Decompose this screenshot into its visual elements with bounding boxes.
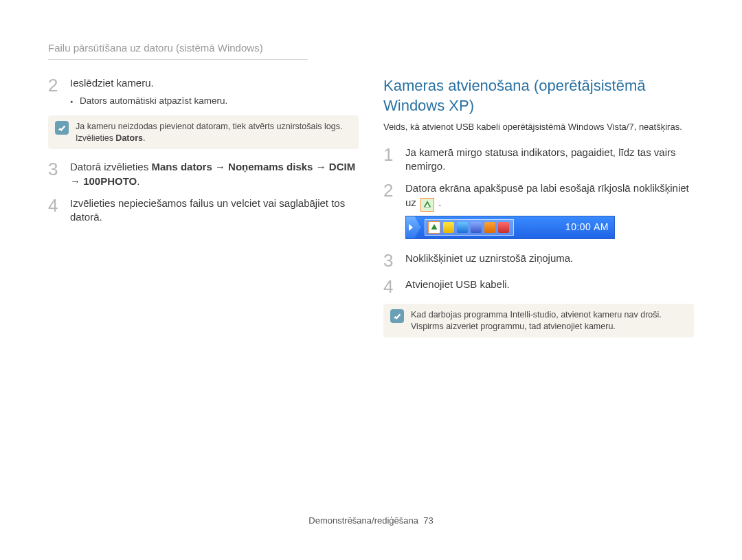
step-number: 4 xyxy=(48,197,60,225)
step-4-right: 4 Atvienojiet USB kabeli. xyxy=(383,278,694,295)
step-number: 2 xyxy=(48,76,60,107)
bullet-item: Dators automātiski atpazīst kameru. xyxy=(70,95,359,107)
breadcrumb: Failu pārsūtīšana uz datoru (sistēmā Win… xyxy=(48,41,308,60)
step-number: 3 xyxy=(48,160,60,188)
step-text: Ieslēdziet kameru. xyxy=(70,76,359,90)
note-box: Kad darbojas programma Intelli-studio, a… xyxy=(383,304,694,338)
step-2-right: 2 Datora ekrāna apakšpusē pa labi esošaj… xyxy=(383,181,694,238)
taskbar-tray-image: 10:00 AM xyxy=(405,216,694,239)
note-text: Ja kameru neizdodas pievienot datoram, t… xyxy=(76,121,352,144)
step-number: 1 xyxy=(383,146,396,174)
step-text: Atvienojiet USB kabeli. xyxy=(405,278,694,295)
taskbar-clock: 10:00 AM xyxy=(565,221,609,234)
system-tray xyxy=(425,219,514,236)
shield-icon xyxy=(443,222,454,233)
step-text: Datora ekrāna apakšpusē pa labi esošajā … xyxy=(405,181,694,238)
step-text: Ja kamerā mirgo statusa indikators, paga… xyxy=(405,146,694,174)
updates-icon xyxy=(498,222,509,233)
step-text: Datorā izvēlieties Mans dators → Noņemam… xyxy=(70,160,359,188)
step-3-right: 3 Noklikšķiniet uz uznirstošā ziņojuma. xyxy=(383,251,694,269)
section-title: Kameras atvienošana (operētājsistēmā Win… xyxy=(383,76,694,115)
step-number: 4 xyxy=(383,278,396,295)
page-number: 73 xyxy=(423,515,433,526)
step-text: Noklikšķiniet uz uznirstošā ziņojuma. xyxy=(405,251,694,269)
left-column: 2 Ieslēdziet kameru. Dators automātiski … xyxy=(48,76,359,348)
windows-taskbar: 10:00 AM xyxy=(405,216,615,239)
step-bullets: Dators automātiski atpazīst kameru. xyxy=(70,95,359,107)
manual-page: Failu pārsūtīšana uz datoru (sistēmā Win… xyxy=(0,0,742,560)
footer-label: Demonstrēšana/rediģēšana xyxy=(308,515,418,526)
note-box: Ja kameru neizdodas pievienot datoram, t… xyxy=(48,115,359,150)
page-footer: Demonstrēšana/rediģēšana 73 xyxy=(0,515,742,527)
volume-icon xyxy=(484,222,495,233)
note-icon xyxy=(55,121,69,135)
note-icon xyxy=(390,309,404,323)
monitor-icon xyxy=(471,222,482,233)
step-3: 3 Datorā izvēlieties Mans dators → Noņem… xyxy=(48,160,359,188)
step-2: 2 Ieslēdziet kameru. Dators automātiski … xyxy=(48,76,359,107)
taskbar-start-cap xyxy=(406,216,420,238)
safely-remove-hardware-icon xyxy=(420,198,434,212)
step-text: Izvēlieties nepieciešamos failus un velc… xyxy=(70,197,359,225)
step-number: 3 xyxy=(383,251,396,269)
note-text: Kad darbojas programma Intelli-studio, a… xyxy=(411,309,687,333)
section-intro: Veids, kā atvienot USB kabeli operētājsi… xyxy=(383,121,694,133)
safely-remove-hardware-icon xyxy=(428,221,440,234)
step-1-right: 1 Ja kamerā mirgo statusa indikators, pa… xyxy=(383,146,694,174)
step-number: 2 xyxy=(383,181,396,238)
network-icon xyxy=(457,222,468,233)
right-column: Kameras atvienošana (operētājsistēmā Win… xyxy=(383,76,694,348)
content-columns: 2 Ieslēdziet kameru. Dators automātiski … xyxy=(48,76,694,348)
step-4: 4 Izvēlieties nepieciešamos failus un ve… xyxy=(48,197,359,225)
